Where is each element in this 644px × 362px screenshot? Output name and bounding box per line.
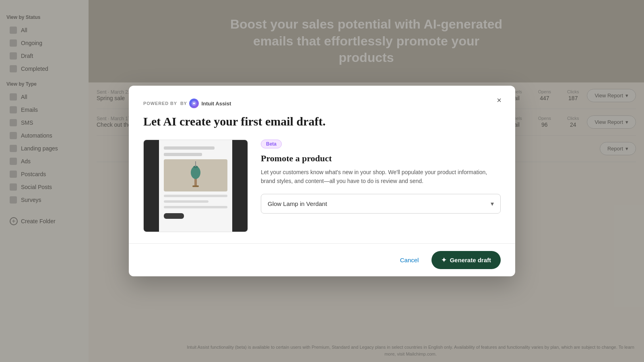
- powered-by-text: POWERED BY: [143, 101, 177, 106]
- generate-label: Generate draft: [450, 257, 491, 263]
- cancel-button[interactable]: Cancel: [394, 253, 425, 267]
- modal-content-row: Beta Promote a product Let your customer…: [143, 140, 501, 232]
- modal-right-content: Beta Promote a product Let your customer…: [261, 140, 501, 214]
- by-text: BY: [180, 101, 187, 106]
- chevron-down-icon: ▾: [491, 200, 494, 208]
- preview-line: [164, 206, 227, 208]
- preview-line: [164, 153, 202, 156]
- preview-sidebar-right: [232, 140, 248, 232]
- product-dropdown[interactable]: Glow Lamp in Verdant ▾: [261, 194, 501, 214]
- intuit-assist-name: Intuit Assist: [201, 101, 231, 107]
- modal-footer: Cancel ✦ Generate draft: [129, 243, 515, 276]
- modal-close-button[interactable]: ×: [493, 94, 506, 107]
- modal-dialog: × POWERED BY BY Intuit Assist Let AI cre…: [129, 86, 515, 276]
- beta-badge: Beta: [261, 140, 282, 148]
- preview-cta-button: [164, 213, 184, 219]
- sparkle-icon: ✦: [441, 256, 446, 264]
- intuit-assist-logo: [189, 99, 199, 108]
- preview-product-image: [164, 159, 227, 191]
- preview-main: [159, 140, 232, 232]
- powered-by-bar: POWERED BY BY Intuit Assist: [143, 99, 501, 108]
- email-preview: [143, 140, 248, 232]
- preview-line: [164, 200, 208, 203]
- preview-line: [164, 146, 215, 150]
- modal-overlay: × POWERED BY BY Intuit Assist Let AI cre…: [0, 0, 644, 362]
- modal-title: Let AI create your first email draft.: [143, 115, 501, 128]
- generate-draft-button[interactable]: ✦ Generate draft: [431, 251, 501, 269]
- feature-title: Promote a product: [261, 153, 501, 164]
- preview-line: [164, 195, 227, 197]
- product-selected-value: Glow Lamp in Verdant: [268, 200, 327, 207]
- feature-description: Let your customers know what's new in yo…: [261, 168, 501, 186]
- svg-rect-2: [192, 185, 199, 187]
- preview-sidebar-left: [144, 140, 159, 232]
- modal-body: POWERED BY BY Intuit Assist Let AI creat…: [129, 86, 515, 243]
